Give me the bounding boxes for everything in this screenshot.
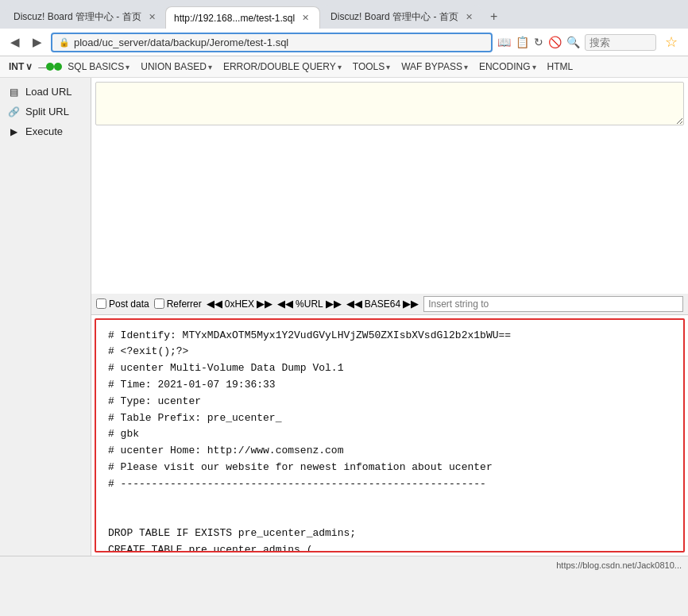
toolbar-tools[interactable]: TOOLS ▾ bbox=[347, 58, 396, 75]
bookmark-button[interactable]: ☆ bbox=[661, 32, 682, 52]
indicator-green-1 bbox=[46, 63, 54, 71]
reader-icon[interactable]: 📖 bbox=[497, 36, 511, 48]
int-dropdown[interactable]: ∨ bbox=[25, 61, 33, 72]
new-tab-button[interactable]: + bbox=[482, 5, 505, 29]
execute-icon: ▶ bbox=[6, 126, 21, 137]
execute-label: Execute bbox=[25, 125, 63, 137]
tab-3-close[interactable]: ✕ bbox=[463, 11, 475, 23]
url-textarea[interactable] bbox=[95, 82, 684, 125]
split-url-label: Split URL bbox=[25, 106, 69, 117]
base64-label[interactable]: BASE64 bbox=[365, 298, 400, 310]
toolbar-union-based[interactable]: UNION BASED ▾ bbox=[135, 58, 218, 75]
tools-arrow: ▾ bbox=[386, 63, 390, 71]
main-content: ▤ Load URL 🔗 Split URL ▶ Execute Post da… bbox=[0, 78, 688, 556]
tab-1[interactable]: Discuz! Board 管理中心 - 首页 ✕ bbox=[5, 5, 164, 29]
search-input[interactable] bbox=[585, 34, 656, 51]
search-button[interactable]: 🔍 bbox=[566, 36, 580, 48]
encoding-arrow: ▾ bbox=[532, 63, 536, 71]
forward-button[interactable]: ▶ bbox=[29, 33, 46, 52]
split-url-item[interactable]: 🔗 Split URL bbox=[0, 102, 91, 121]
referrer-label: Referrer bbox=[167, 298, 202, 310]
toolbar-error-double[interactable]: ERROR/DOUBLE QUERY ▾ bbox=[218, 58, 347, 75]
stop-button[interactable]: 🚫 bbox=[548, 36, 562, 48]
post-data-item[interactable]: Post data bbox=[96, 298, 149, 310]
url-row bbox=[91, 78, 688, 294]
tab-3-label: Discuz! Board 管理中心 - 首页 bbox=[330, 10, 458, 24]
base64-encode-item[interactable]: ◀◀ BASE64 ▶▶ bbox=[346, 298, 419, 310]
union-based-label: UNION BASED bbox=[141, 61, 207, 72]
address-bar: ◀ ▶ 🔒 📖 📋 ↻ 🚫 🔍 ☆ bbox=[0, 29, 688, 56]
refresh-button[interactable]: ↻ bbox=[534, 36, 543, 48]
main-toolbar: INT ∨ — SQL BASICS ▾ UNION BASED ▾ ERROR… bbox=[0, 56, 688, 78]
base64-arrow-left: ◀◀ bbox=[346, 298, 362, 310]
address-input-wrap: 🔒 bbox=[51, 33, 493, 52]
lock-icon: 🔒 bbox=[59, 37, 70, 48]
int-label: INT bbox=[9, 61, 24, 72]
tools-label: TOOLS bbox=[353, 61, 385, 72]
address-icons: 📖 📋 ↻ 🚫 🔍 bbox=[497, 34, 656, 51]
url-arrow-left: ◀◀ bbox=[277, 298, 293, 310]
hex-arrow-left: ◀◀ bbox=[207, 298, 222, 310]
url-encode-item[interactable]: ◀◀ %URL ▶▶ bbox=[277, 298, 342, 310]
tab-2[interactable]: http://192.168...me/test-1.sql ✕ bbox=[165, 6, 320, 29]
toolbar-html[interactable]: HTML bbox=[542, 58, 579, 75]
tab-2-label: http://192.168...me/test-1.sql bbox=[174, 13, 295, 24]
insert-string-input[interactable] bbox=[423, 296, 683, 312]
load-url-icon: ▤ bbox=[6, 87, 21, 98]
back-button[interactable]: ◀ bbox=[6, 33, 24, 52]
post-data-label: Post data bbox=[109, 298, 149, 310]
split-url-icon: 🔗 bbox=[6, 106, 21, 117]
html-label: HTML bbox=[547, 61, 574, 72]
post-data-checkbox[interactable] bbox=[96, 298, 106, 309]
toolbar-sql-basics[interactable]: SQL BASICS ▾ bbox=[62, 58, 135, 75]
hex-arrow-right: ▶▶ bbox=[257, 298, 272, 310]
sql-basics-arrow: ▾ bbox=[126, 63, 129, 71]
load-url-label: Load URL bbox=[25, 86, 72, 98]
waf-bypass-label: WAF BYPASS bbox=[401, 61, 462, 72]
url-arrow-right: ▶▶ bbox=[326, 298, 342, 310]
encoding-label: ENCODING bbox=[479, 61, 531, 72]
referrer-item[interactable]: Referrer bbox=[154, 298, 202, 310]
left-panel: ▤ Load URL 🔗 Split URL ▶ Execute bbox=[0, 78, 91, 556]
status-bar: https://blog.csdn.net/Jack0810... bbox=[0, 556, 688, 573]
tab-1-close[interactable]: ✕ bbox=[146, 11, 158, 23]
referrer-checkbox[interactable] bbox=[154, 298, 164, 309]
waf-bypass-arrow: ▾ bbox=[464, 63, 468, 71]
status-url: https://blog.csdn.net/Jack0810... bbox=[556, 560, 682, 570]
union-based-arrow: ▾ bbox=[208, 63, 212, 71]
indicator-green-2 bbox=[54, 63, 62, 71]
sql-basics-label: SQL BASICS bbox=[68, 61, 124, 72]
tab-1-label: Discuz! Board 管理中心 - 首页 bbox=[14, 10, 141, 24]
base64-arrow-right: ▶▶ bbox=[403, 298, 419, 310]
url-label[interactable]: %URL bbox=[296, 298, 323, 310]
right-panel: Post data Referrer ◀◀ 0xHEX ▶▶ ◀◀ %URL ▶… bbox=[91, 78, 688, 556]
code-area[interactable]: # Identify: MTYxMDAxOTM5Myx1Y2VudGVyLHVj… bbox=[95, 318, 685, 553]
browser-tabs: Discuz! Board 管理中心 - 首页 ✕ http://192.168… bbox=[0, 0, 688, 29]
encode-toolbar: Post data Referrer ◀◀ 0xHEX ▶▶ ◀◀ %URL ▶… bbox=[91, 294, 688, 315]
hex-label[interactable]: 0xHEX bbox=[225, 298, 254, 310]
tab-2-close[interactable]: ✕ bbox=[300, 12, 311, 24]
toolbar-encoding[interactable]: ENCODING ▾ bbox=[473, 58, 542, 75]
hex-encode-item[interactable]: ◀◀ 0xHEX ▶▶ bbox=[207, 298, 272, 310]
error-double-label: ERROR/DOUBLE QUERY bbox=[223, 61, 336, 72]
tab-3[interactable]: Discuz! Board 管理中心 - 首页 ✕ bbox=[322, 5, 481, 29]
load-url-item[interactable]: ▤ Load URL bbox=[0, 82, 91, 102]
screenshot-icon[interactable]: 📋 bbox=[516, 36, 529, 48]
error-double-arrow: ▾ bbox=[338, 63, 342, 71]
separator-1: — bbox=[38, 63, 46, 71]
toolbar-int[interactable]: INT ∨ bbox=[3, 58, 38, 75]
execute-item[interactable]: ▶ Execute bbox=[0, 121, 91, 141]
toolbar-waf-bypass[interactable]: WAF BYPASS ▾ bbox=[396, 58, 473, 75]
address-input[interactable] bbox=[74, 37, 485, 48]
